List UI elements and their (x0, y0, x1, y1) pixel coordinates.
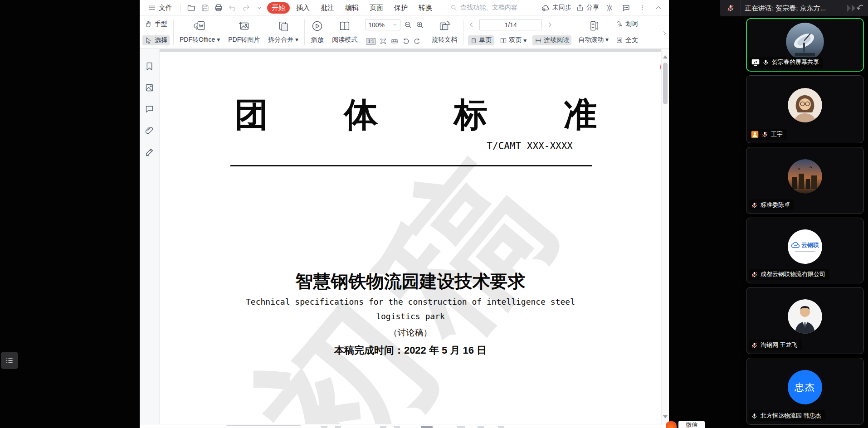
settings-button[interactable] (604, 2, 615, 14)
save-button[interactable] (199, 2, 211, 14)
sync-status[interactable]: 未同步 (541, 3, 571, 12)
kebab-icon (639, 4, 645, 11)
zoom-in-icon[interactable] (415, 20, 424, 29)
file-menu[interactable]: 文件 (144, 4, 176, 12)
tab-page[interactable]: 页面 (365, 2, 388, 14)
prev-page-icon[interactable] (468, 21, 475, 28)
screen-share-icon (751, 59, 760, 66)
word-translate-icon (616, 20, 623, 28)
divider (463, 19, 463, 45)
tab-comment[interactable]: 批注 (316, 2, 339, 14)
participant-name-bar: 北方恒达物流园 韩忠杰 (749, 410, 825, 421)
feedback-button[interactable] (620, 2, 632, 14)
meeting-bar-controls[interactable] (844, 3, 865, 14)
undo-button[interactable] (226, 2, 238, 14)
participant-tile[interactable]: 王宇 (746, 75, 864, 143)
participant-tile[interactable]: 忠杰 北方恒达物流园 韩忠杰 (746, 358, 864, 425)
toolbar-overflow-icon[interactable] (662, 30, 668, 36)
rotate-left-icon[interactable] (402, 37, 410, 45)
status-icon-stub[interactable] (380, 426, 386, 428)
scroll-down-arrow[interactable] (663, 415, 668, 418)
participant-tile[interactable]: 云钢联 成都云钢联物流有限公司 (746, 218, 864, 283)
status-icon-stub[interactable] (321, 426, 327, 428)
document-scrollbar[interactable] (661, 49, 668, 424)
zoom-out-icon[interactable] (404, 20, 412, 29)
page-indicator[interactable]: 1/14 (479, 19, 542, 30)
folder-icon (187, 3, 196, 12)
single-page-label: 单页 (479, 36, 492, 44)
gear-icon (605, 4, 614, 12)
tab-edit[interactable]: 编辑 (341, 2, 363, 14)
double-page-icon (500, 37, 507, 44)
wechat-taskbar-icon[interactable] (666, 421, 677, 428)
status-page-input[interactable] (226, 425, 301, 428)
play-button[interactable]: 播放 (307, 18, 328, 47)
bookmark-icon[interactable] (145, 62, 154, 71)
menu-bar: 文件 开始 插入 批注 编辑 页面 保护 转换 查找功能、文档内容 (140, 0, 669, 16)
select-tool-label: 选择 (155, 36, 167, 44)
book-icon (338, 19, 351, 33)
print-button[interactable] (213, 2, 224, 14)
share-button[interactable]: 分享 (576, 4, 599, 12)
chevron-down-icon (392, 22, 397, 27)
read-mode-button[interactable]: 阅读模式 (328, 18, 361, 47)
signature-stamp-icon[interactable] (145, 147, 155, 157)
single-page-button[interactable]: 单页 (468, 35, 494, 45)
desktop: 文件 开始 插入 批注 编辑 页面 保护 转换 查找功能、文档内容 (0, 0, 868, 428)
status-icon-stub[interactable] (457, 426, 465, 428)
attachment-icon[interactable] (145, 126, 154, 135)
word-translate-button[interactable]: 划词 (614, 19, 640, 29)
participant-tile[interactable]: 淘钢网 王龙飞 (746, 287, 864, 354)
desktop-notes-shortcut[interactable] (1, 352, 18, 369)
auto-scroll-button[interactable]: 自动滚动 ▾ (574, 18, 613, 47)
tab-protect[interactable]: 保护 (390, 2, 412, 14)
status-icon-stub[interactable] (498, 426, 504, 428)
scroll-up-arrow[interactable] (663, 55, 668, 58)
cloud-off-icon (541, 3, 550, 12)
double-page-button[interactable]: 双页 ▾ (497, 35, 529, 45)
open-button[interactable] (185, 2, 197, 14)
participant-name-bar: 贺宗春的屏幕共享 (749, 57, 823, 68)
participant-name: 北方恒达物流园 韩忠杰 (761, 412, 821, 420)
avatar-initials: 忠杰 (795, 381, 815, 394)
comment-icon[interactable] (145, 104, 154, 114)
tab-home[interactable]: 开始 (267, 2, 290, 14)
split-merge-button[interactable]: 拆分合并 ▾ (264, 18, 302, 47)
search-input[interactable]: 查找功能、文档内容 (450, 4, 517, 12)
rotate-right-icon[interactable] (413, 37, 421, 45)
company-logo: 云钢联 (791, 241, 819, 249)
participant-tile[interactable]: 贺宗春的屏幕共享 (746, 18, 864, 72)
document-subtitle-en-1: Technical specifications for the constru… (160, 297, 661, 306)
left-tool-rail (140, 49, 160, 428)
participant-tile[interactable]: 标准委陈卓 (746, 147, 864, 214)
pdf-to-image-button[interactable]: PDF转图片 (224, 18, 264, 47)
actual-size-button[interactable]: 1:1 (366, 38, 376, 45)
more-menu-button[interactable] (636, 2, 648, 14)
continuous-read-button[interactable]: 连续阅读 (532, 35, 571, 45)
document-title: 智慧钢铁物流园建设技术要求 (160, 269, 661, 294)
status-icon-stub[interactable] (335, 426, 341, 428)
status-icon-stub[interactable] (421, 426, 433, 428)
avatar (788, 159, 822, 194)
fit-width-icon[interactable] (390, 37, 399, 45)
redo-button[interactable] (240, 2, 252, 14)
meeting-mic-button[interactable] (720, 0, 741, 16)
collapse-toolbar-button[interactable] (653, 2, 664, 14)
status-icon-stub[interactable] (394, 426, 400, 428)
status-icon-stub[interactable] (478, 426, 484, 428)
select-tool-button[interactable]: 选择 (142, 35, 170, 45)
zoom-level-value: 100% (368, 21, 385, 29)
next-page-icon[interactable] (546, 21, 553, 28)
tab-convert[interactable]: 转换 (414, 2, 437, 14)
fit-page-icon[interactable] (379, 37, 387, 45)
zoom-level-select[interactable]: 100% (365, 19, 400, 30)
full-translate-button[interactable]: 全文 (614, 35, 640, 45)
image-icon[interactable] (145, 83, 154, 92)
scrollbar-thumb[interactable] (663, 63, 668, 104)
hand-tool-button[interactable]: 手型 (142, 19, 170, 29)
tab-insert[interactable]: 插入 (292, 2, 314, 14)
document-viewport[interactable]: 初稿 团 体 标 准 T/CAMT XXX-XXXX 智慧钢铁物流园建设技术要求… (160, 49, 661, 424)
more-quick-actions-button[interactable] (254, 2, 265, 14)
pdf-to-office-button[interactable]: PDF转Office ▾ (176, 18, 224, 47)
rotate-document-button[interactable]: 旋转文档 (428, 18, 461, 47)
